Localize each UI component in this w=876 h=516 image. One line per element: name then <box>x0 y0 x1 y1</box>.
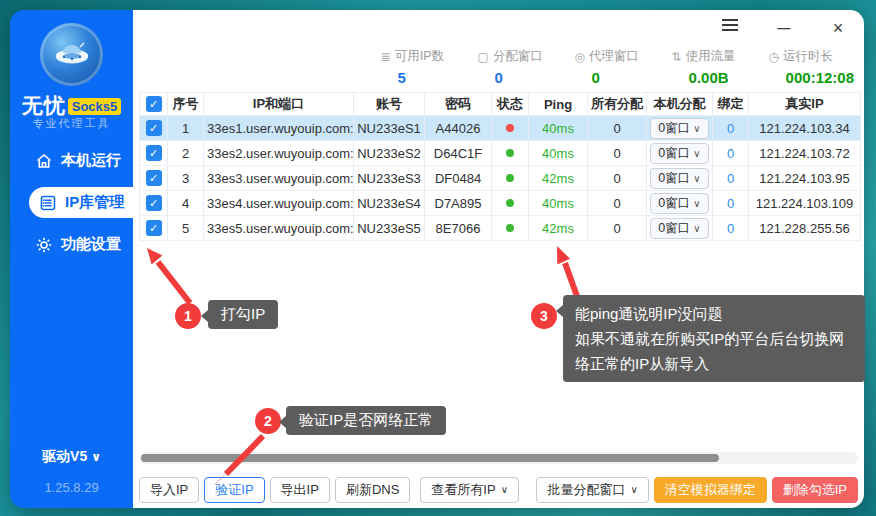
col-header: 状态 <box>492 93 529 115</box>
minimize-icon[interactable]: ─ <box>774 16 794 40</box>
table-row[interactable]: ✓ 5 33es5.user.wuyouip.com:8 NU233eS5 8E… <box>139 216 861 241</box>
sidebar-item-label: IP库管理 <box>65 193 124 212</box>
cell-real-ip: 121.224.103.34 <box>749 116 861 140</box>
batch-assign-window-dropdown[interactable]: 批量分配窗口∨ <box>536 477 648 503</box>
row-checkbox[interactable]: ✓ <box>146 220 162 236</box>
annotation-tooltip-1: 打勾IP <box>208 300 278 329</box>
cell-real-ip: 121.224.103.95 <box>749 166 861 190</box>
home-icon <box>35 152 53 170</box>
row-checkbox[interactable]: ✓ <box>146 145 162 161</box>
ip-table: ✓ 序号 IP和端口 账号 密码 状态 Ping 所有分配 本机分配 绑定 真实… <box>139 92 861 241</box>
list-lines-icon: ≣ <box>381 50 391 64</box>
app-logo-ufo-icon <box>40 23 103 86</box>
view-all-ip-dropdown[interactable]: 查看所有IP∨ <box>420 477 519 503</box>
cell-all-assign: 0 <box>588 166 647 190</box>
annotation-badge-2: 2 <box>255 408 281 434</box>
cell-all-assign: 0 <box>588 141 647 165</box>
col-header: 所有分配 <box>588 93 647 115</box>
app-version: 1.25.8.29 <box>10 480 133 495</box>
cell-password: A44026 <box>425 116 492 140</box>
stats-bar: ≣可用IP数 5 ▢分配窗口 0 ◎代理窗口 0 ⇅使用流量 0.00B ◷运行… <box>381 48 854 86</box>
cell-real-ip: 121.228.255.56 <box>749 216 861 240</box>
export-ip-button[interactable]: 导出IP <box>270 477 330 503</box>
col-header: 序号 <box>168 93 204 115</box>
verify-ip-button[interactable]: 验证IP <box>204 477 264 503</box>
chevron-down-icon: ∨ <box>693 148 700 159</box>
delete-checked-ip-button[interactable]: 删除勾选IP <box>772 477 858 503</box>
cell-account: NU233eS3 <box>354 166 425 190</box>
select-all-checkbox[interactable]: ✓ <box>146 96 162 112</box>
horizontal-scrollbar[interactable] <box>139 452 858 464</box>
cell-no: 2 <box>168 141 204 165</box>
local-assign-select[interactable]: 0窗口∨ <box>650 143 708 164</box>
sidebar: 无忧Socks5 专业代理工具 本机运行 <box>10 10 133 508</box>
bottom-toolbar: 导入IP 验证IP 导出IP 刷新DNS 查看所有IP∨ 批量分配窗口∨ 清空模… <box>139 476 858 504</box>
local-assign-select[interactable]: 0窗口∨ <box>650 118 708 139</box>
cell-password: 8E7066 <box>425 216 492 240</box>
annotation-tooltip-2: 验证IP是否网络正常 <box>286 406 446 435</box>
cell-account: NU233eS5 <box>354 216 425 240</box>
cell-bind: 0 <box>713 116 749 140</box>
table-row[interactable]: ✓ 4 33es4.user.wuyouip.com:8 NU233eS4 D7… <box>139 191 861 216</box>
brand-subtitle: 专业代理工具 <box>10 116 133 131</box>
table-row[interactable]: ✓ 3 33es3.user.wuyouip.com:8 NU233eS3 DF… <box>139 166 861 191</box>
table-header-row: ✓ 序号 IP和端口 账号 密码 状态 Ping 所有分配 本机分配 绑定 真实… <box>139 92 861 116</box>
sidebar-item-label: 本机运行 <box>61 151 121 170</box>
close-icon[interactable]: × <box>828 16 848 40</box>
chevron-down-icon: ∨ <box>501 478 508 502</box>
cell-account: NU233eS2 <box>354 141 425 165</box>
clear-emulator-bind-button[interactable]: 清空模拟器绑定 <box>654 477 767 503</box>
annotation-badge-3: 3 <box>531 303 557 329</box>
sidebar-item-settings[interactable]: 功能设置 <box>10 229 133 260</box>
sidebar-item-label: 功能设置 <box>61 235 121 254</box>
cell-bind: 0 <box>713 191 749 215</box>
cell-password: D7A895 <box>425 191 492 215</box>
desktop-background: 无忧Socks5 专业代理工具 本机运行 <box>0 0 876 516</box>
brand-name: 无忧 <box>22 94 66 117</box>
cell-bind: 0 <box>713 216 749 240</box>
table-row[interactable]: ✓ 1 33es1.user.wuyouip.com:8 NU233eS1 A4… <box>139 116 861 141</box>
import-ip-button[interactable]: 导入IP <box>139 477 199 503</box>
row-checkbox[interactable]: ✓ <box>146 170 162 186</box>
col-header: 账号 <box>354 93 425 115</box>
scrollbar-thumb[interactable] <box>141 454 719 462</box>
cell-all-assign: 0 <box>588 116 647 140</box>
col-header: 真实IP <box>749 93 861 115</box>
menu-icon[interactable] <box>720 16 740 40</box>
status-dot <box>506 149 514 157</box>
cell-all-assign: 0 <box>588 191 647 215</box>
clock-icon: ◷ <box>769 50 779 64</box>
chevron-down-icon: ∨ <box>693 223 700 234</box>
status-dot <box>506 124 514 132</box>
cell-ping: 40ms <box>529 191 588 215</box>
driver-version-dropdown[interactable]: 驱动V5 ∨ <box>10 448 133 466</box>
chevron-down-icon: ∨ <box>693 123 700 134</box>
gear-icon <box>35 236 53 254</box>
row-checkbox[interactable]: ✓ <box>146 120 162 136</box>
cell-no: 1 <box>168 116 204 140</box>
cell-no: 3 <box>168 166 204 190</box>
cell-ip: 33es4.user.wuyouip.com:8 <box>204 191 354 215</box>
cell-password: DF0484 <box>425 166 492 190</box>
table-row[interactable]: ✓ 2 33es2.user.wuyouip.com:8 NU233eS2 D6… <box>139 141 861 166</box>
stat-uptime: ◷运行时长 000:12:08 <box>769 48 854 86</box>
sidebar-menu: 本机运行 IP库管理 <box>10 145 133 271</box>
stat-available-ips: ≣可用IP数 5 <box>381 48 451 86</box>
window-controls: ─ × <box>720 16 848 40</box>
stat-value: 5 <box>381 69 451 86</box>
chevron-down-icon: ∨ <box>693 198 700 209</box>
cell-bind: 0 <box>713 166 749 190</box>
cell-ping: 42ms <box>529 166 588 190</box>
row-checkbox[interactable]: ✓ <box>146 195 162 211</box>
cell-ping: 42ms <box>529 216 588 240</box>
stat-proxy-windows: ◎代理窗口 0 <box>575 48 645 86</box>
cell-account: NU233eS1 <box>354 116 425 140</box>
sidebar-item-local-run[interactable]: 本机运行 <box>10 145 133 176</box>
local-assign-select[interactable]: 0窗口∨ <box>650 218 708 239</box>
chevron-down-icon: ∨ <box>693 173 700 184</box>
local-assign-select[interactable]: 0窗口∨ <box>650 168 708 189</box>
chevron-down-icon: ∨ <box>91 450 101 464</box>
local-assign-select[interactable]: 0窗口∨ <box>650 193 708 214</box>
sidebar-item-ip-library[interactable]: IP库管理 <box>29 187 133 218</box>
refresh-dns-button[interactable]: 刷新DNS <box>335 477 410 503</box>
